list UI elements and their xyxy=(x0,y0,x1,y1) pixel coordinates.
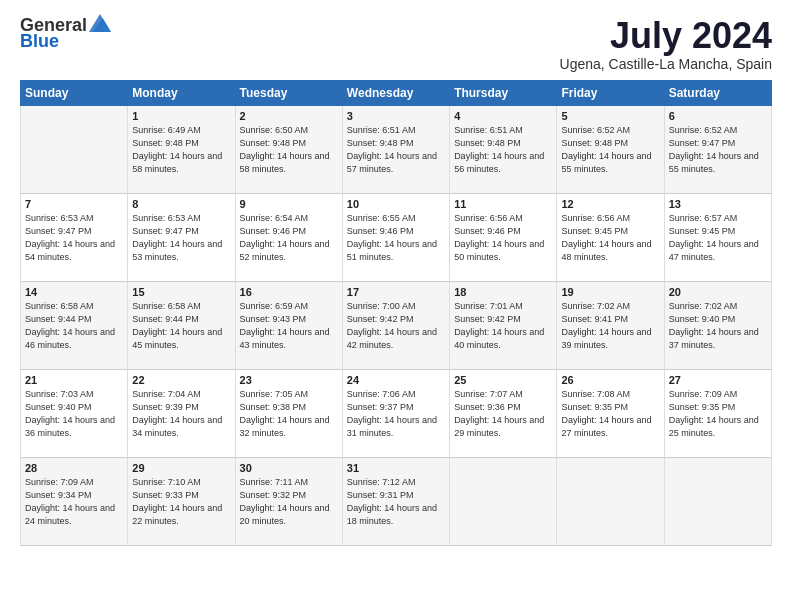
cell-1-1: 8 Sunrise: 6:53 AMSunset: 9:47 PMDayligh… xyxy=(128,193,235,281)
cell-info: Sunrise: 7:04 AMSunset: 9:39 PMDaylight:… xyxy=(132,388,230,440)
day-number: 3 xyxy=(347,110,445,122)
cell-info: Sunrise: 6:52 AMSunset: 9:48 PMDaylight:… xyxy=(561,124,659,176)
cell-4-5 xyxy=(557,457,664,545)
day-number: 10 xyxy=(347,198,445,210)
cell-info: Sunrise: 7:05 AMSunset: 9:38 PMDaylight:… xyxy=(240,388,338,440)
day-number: 28 xyxy=(25,462,123,474)
cell-3-3: 24 Sunrise: 7:06 AMSunset: 9:37 PMDaylig… xyxy=(342,369,449,457)
month-title: July 2024 xyxy=(560,16,772,56)
week-row-1: 7 Sunrise: 6:53 AMSunset: 9:47 PMDayligh… xyxy=(21,193,772,281)
week-row-3: 21 Sunrise: 7:03 AMSunset: 9:40 PMDaylig… xyxy=(21,369,772,457)
cell-info: Sunrise: 7:11 AMSunset: 9:32 PMDaylight:… xyxy=(240,476,338,528)
header-tuesday: Tuesday xyxy=(235,80,342,105)
cell-2-3: 17 Sunrise: 7:00 AMSunset: 9:42 PMDaylig… xyxy=(342,281,449,369)
cell-info: Sunrise: 7:03 AMSunset: 9:40 PMDaylight:… xyxy=(25,388,123,440)
cell-1-5: 12 Sunrise: 6:56 AMSunset: 9:45 PMDaylig… xyxy=(557,193,664,281)
week-row-2: 14 Sunrise: 6:58 AMSunset: 9:44 PMDaylig… xyxy=(21,281,772,369)
day-number: 22 xyxy=(132,374,230,386)
header-wednesday: Wednesday xyxy=(342,80,449,105)
cell-3-1: 22 Sunrise: 7:04 AMSunset: 9:39 PMDaylig… xyxy=(128,369,235,457)
cell-3-0: 21 Sunrise: 7:03 AMSunset: 9:40 PMDaylig… xyxy=(21,369,128,457)
cell-0-6: 6 Sunrise: 6:52 AMSunset: 9:47 PMDayligh… xyxy=(664,105,771,193)
cell-2-6: 20 Sunrise: 7:02 AMSunset: 9:40 PMDaylig… xyxy=(664,281,771,369)
cell-info: Sunrise: 7:09 AMSunset: 9:35 PMDaylight:… xyxy=(669,388,767,440)
cell-0-0 xyxy=(21,105,128,193)
cell-info: Sunrise: 6:59 AMSunset: 9:43 PMDaylight:… xyxy=(240,300,338,352)
cell-info: Sunrise: 7:09 AMSunset: 9:34 PMDaylight:… xyxy=(25,476,123,528)
weekday-header-row: Sunday Monday Tuesday Wednesday Thursday… xyxy=(21,80,772,105)
logo-blue: Blue xyxy=(20,32,59,50)
cell-4-6 xyxy=(664,457,771,545)
day-number: 12 xyxy=(561,198,659,210)
day-number: 27 xyxy=(669,374,767,386)
day-number: 31 xyxy=(347,462,445,474)
title-area: July 2024 Ugena, Castille-La Mancha, Spa… xyxy=(560,16,772,72)
day-number: 11 xyxy=(454,198,552,210)
cell-info: Sunrise: 6:51 AMSunset: 9:48 PMDaylight:… xyxy=(454,124,552,176)
cell-4-4 xyxy=(450,457,557,545)
cell-info: Sunrise: 6:53 AMSunset: 9:47 PMDaylight:… xyxy=(132,212,230,264)
day-number: 17 xyxy=(347,286,445,298)
day-number: 26 xyxy=(561,374,659,386)
cell-0-3: 3 Sunrise: 6:51 AMSunset: 9:48 PMDayligh… xyxy=(342,105,449,193)
day-number: 5 xyxy=(561,110,659,122)
cell-info: Sunrise: 6:56 AMSunset: 9:45 PMDaylight:… xyxy=(561,212,659,264)
header-sunday: Sunday xyxy=(21,80,128,105)
cell-0-1: 1 Sunrise: 6:49 AMSunset: 9:48 PMDayligh… xyxy=(128,105,235,193)
cell-4-1: 29 Sunrise: 7:10 AMSunset: 9:33 PMDaylig… xyxy=(128,457,235,545)
header-friday: Friday xyxy=(557,80,664,105)
day-number: 13 xyxy=(669,198,767,210)
cell-info: Sunrise: 6:54 AMSunset: 9:46 PMDaylight:… xyxy=(240,212,338,264)
day-number: 30 xyxy=(240,462,338,474)
day-number: 14 xyxy=(25,286,123,298)
day-number: 25 xyxy=(454,374,552,386)
cell-info: Sunrise: 6:52 AMSunset: 9:47 PMDaylight:… xyxy=(669,124,767,176)
day-number: 21 xyxy=(25,374,123,386)
cell-4-0: 28 Sunrise: 7:09 AMSunset: 9:34 PMDaylig… xyxy=(21,457,128,545)
cell-4-3: 31 Sunrise: 7:12 AMSunset: 9:31 PMDaylig… xyxy=(342,457,449,545)
cell-2-4: 18 Sunrise: 7:01 AMSunset: 9:42 PMDaylig… xyxy=(450,281,557,369)
cell-3-6: 27 Sunrise: 7:09 AMSunset: 9:35 PMDaylig… xyxy=(664,369,771,457)
cell-4-2: 30 Sunrise: 7:11 AMSunset: 9:32 PMDaylig… xyxy=(235,457,342,545)
cell-info: Sunrise: 6:55 AMSunset: 9:46 PMDaylight:… xyxy=(347,212,445,264)
day-number: 23 xyxy=(240,374,338,386)
cell-info: Sunrise: 7:02 AMSunset: 9:41 PMDaylight:… xyxy=(561,300,659,352)
header: General Blue July 2024 Ugena, Castille-L… xyxy=(20,16,772,72)
cell-3-5: 26 Sunrise: 7:08 AMSunset: 9:35 PMDaylig… xyxy=(557,369,664,457)
day-number: 29 xyxy=(132,462,230,474)
cell-0-2: 2 Sunrise: 6:50 AMSunset: 9:48 PMDayligh… xyxy=(235,105,342,193)
cell-info: Sunrise: 7:06 AMSunset: 9:37 PMDaylight:… xyxy=(347,388,445,440)
day-number: 18 xyxy=(454,286,552,298)
cell-2-0: 14 Sunrise: 6:58 AMSunset: 9:44 PMDaylig… xyxy=(21,281,128,369)
day-number: 9 xyxy=(240,198,338,210)
cell-info: Sunrise: 7:02 AMSunset: 9:40 PMDaylight:… xyxy=(669,300,767,352)
day-number: 15 xyxy=(132,286,230,298)
cell-0-5: 5 Sunrise: 6:52 AMSunset: 9:48 PMDayligh… xyxy=(557,105,664,193)
cell-info: Sunrise: 6:58 AMSunset: 9:44 PMDaylight:… xyxy=(25,300,123,352)
header-saturday: Saturday xyxy=(664,80,771,105)
cell-2-5: 19 Sunrise: 7:02 AMSunset: 9:41 PMDaylig… xyxy=(557,281,664,369)
cell-info: Sunrise: 6:58 AMSunset: 9:44 PMDaylight:… xyxy=(132,300,230,352)
calendar-table: Sunday Monday Tuesday Wednesday Thursday… xyxy=(20,80,772,546)
location: Ugena, Castille-La Mancha, Spain xyxy=(560,56,772,72)
cell-1-0: 7 Sunrise: 6:53 AMSunset: 9:47 PMDayligh… xyxy=(21,193,128,281)
day-number: 6 xyxy=(669,110,767,122)
cell-info: Sunrise: 7:07 AMSunset: 9:36 PMDaylight:… xyxy=(454,388,552,440)
cell-3-2: 23 Sunrise: 7:05 AMSunset: 9:38 PMDaylig… xyxy=(235,369,342,457)
day-number: 4 xyxy=(454,110,552,122)
day-number: 8 xyxy=(132,198,230,210)
day-number: 16 xyxy=(240,286,338,298)
cell-1-6: 13 Sunrise: 6:57 AMSunset: 9:45 PMDaylig… xyxy=(664,193,771,281)
cell-info: Sunrise: 6:53 AMSunset: 9:47 PMDaylight:… xyxy=(25,212,123,264)
cell-info: Sunrise: 6:57 AMSunset: 9:45 PMDaylight:… xyxy=(669,212,767,264)
cell-info: Sunrise: 7:10 AMSunset: 9:33 PMDaylight:… xyxy=(132,476,230,528)
cell-info: Sunrise: 6:50 AMSunset: 9:48 PMDaylight:… xyxy=(240,124,338,176)
cell-info: Sunrise: 7:01 AMSunset: 9:42 PMDaylight:… xyxy=(454,300,552,352)
cell-info: Sunrise: 7:00 AMSunset: 9:42 PMDaylight:… xyxy=(347,300,445,352)
day-number: 20 xyxy=(669,286,767,298)
cell-1-2: 9 Sunrise: 6:54 AMSunset: 9:46 PMDayligh… xyxy=(235,193,342,281)
cell-info: Sunrise: 6:56 AMSunset: 9:46 PMDaylight:… xyxy=(454,212,552,264)
day-number: 19 xyxy=(561,286,659,298)
cell-info: Sunrise: 7:12 AMSunset: 9:31 PMDaylight:… xyxy=(347,476,445,528)
header-monday: Monday xyxy=(128,80,235,105)
